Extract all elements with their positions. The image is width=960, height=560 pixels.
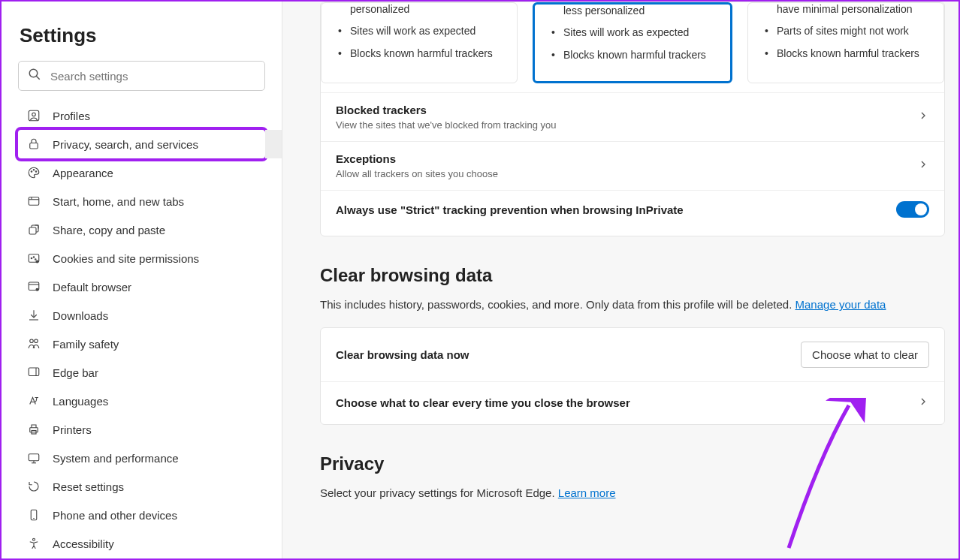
sidebar-item-share[interactable]: Share, copy and paste [18,215,265,244]
settings-main: personalized Sites will work as expected… [282,2,958,558]
sidebar-item-printers[interactable]: Printers [18,415,265,444]
sidebar-item-accessibility[interactable]: Accessibility [18,529,265,558]
blocked-trackers-row[interactable]: Blocked trackers View the sites that we'… [321,92,944,141]
clear-now-row: Clear browsing data now Choose what to c… [321,328,944,382]
tp-option-bullet: Blocks known harmful trackers [760,42,931,65]
settings-search-box[interactable] [18,61,265,91]
exceptions-row[interactable]: Exceptions Allow all trackers on sites y… [321,141,944,190]
sidebar-item-profiles[interactable]: Profiles [18,101,265,130]
settings-nav: Profiles Privacy, search, and services A… [2,101,282,558]
sidebar-item-cookies[interactable]: Cookies and site permissions [18,244,265,272]
strict-inprivate-toggle[interactable] [896,201,929,218]
chevron-right-icon [917,158,929,173]
svg-line-1 [36,76,40,80]
svg-point-19 [36,288,38,291]
sidebar-item-label: Family safety [53,338,119,351]
search-icon [28,68,41,84]
sidebar-item-label: Appearance [53,167,113,179]
lock-icon [26,136,42,152]
sidebar-item-family[interactable]: Family safety [18,330,265,358]
settings-title: Settings [2,15,282,61]
tp-option-text: personalized [334,3,505,20]
palette-icon [26,164,42,181]
svg-point-23 [35,339,38,343]
profile-icon [26,107,42,124]
sidebar-item-reset[interactable]: Reset settings [18,472,265,501]
svg-rect-8 [29,197,39,206]
tracking-prevention-options: personalized Sites will work as expected… [321,2,944,92]
exceptions-sub: Allow all trackers on sites you choose [336,168,498,179]
exceptions-label: Exceptions [336,152,498,165]
svg-point-34 [33,538,35,540]
tp-option-text: have minimal personalization [760,3,931,20]
sidebar-item-privacy[interactable]: Privacy, search, and services [18,130,265,158]
phone-icon [26,507,42,523]
edgebar-icon [26,364,42,381]
cookie-icon [26,250,42,266]
svg-point-16 [36,260,38,263]
svg-rect-4 [30,143,38,149]
sidebar-item-default-browser[interactable]: Default browser [18,272,265,301]
privacy-heading: Privacy [320,453,945,474]
sidebar-item-label: Reset settings [53,480,124,493]
svg-rect-29 [29,454,39,461]
svg-point-7 [35,171,37,173]
chevron-right-icon [917,396,929,411]
sidebar-item-system[interactable]: System and performance [18,444,265,472]
svg-point-15 [35,259,37,260]
svg-rect-27 [30,428,38,432]
sidebar-item-phone[interactable]: Phone and other devices [18,501,265,529]
chevron-right-icon [917,110,929,125]
privacy-desc: Select your privacy settings for Microso… [320,485,945,502]
privacy-learn-more-link[interactable]: Learn more [558,486,616,499]
sidebar-item-start-home[interactable]: Start, home, and new tabs [18,187,265,215]
browser-icon [26,278,42,295]
tp-option-bullet: Sites will work as expected [334,20,505,42]
sidebar-item-label: Start, home, and new tabs [53,195,184,208]
settings-search-input[interactable] [50,70,255,83]
sidebar-item-label: Cookies and site permissions [53,252,199,265]
svg-rect-11 [29,227,36,234]
sidebar-item-label: Phone and other devices [53,509,177,522]
tp-option-bullet: Blocks known harmful trackers [547,44,718,66]
svg-rect-24 [29,368,39,376]
clear-data-card: Clear browsing data now Choose what to c… [320,327,945,425]
sidebar-item-label: Edge bar [53,366,98,379]
manage-your-data-link[interactable]: Manage your data [795,298,886,311]
sidebar-item-edgebar[interactable]: Edge bar [18,358,265,387]
clear-now-label: Clear browsing data now [336,348,469,361]
svg-rect-2 [29,110,39,121]
svg-point-3 [32,113,36,116]
svg-point-0 [29,69,38,77]
tabs-icon [26,193,42,209]
printer-icon [26,421,42,438]
tracking-prevention-card: personalized Sites will work as expected… [320,2,945,236]
clear-data-desc: This includes history, passwords, cookie… [320,297,945,314]
sidebar-item-downloads[interactable]: Downloads [18,301,265,330]
tp-option-bullet: Blocks known harmful trackers [334,42,505,65]
language-icon [26,393,42,409]
tp-option-balanced[interactable]: less personalized Sites will work as exp… [533,2,732,83]
sidebar-item-label: Printers [53,423,92,436]
sidebar-item-languages[interactable]: Languages [18,387,265,415]
clear-on-close-row[interactable]: Choose what to clear every time you clos… [321,382,944,424]
sidebar-item-label: Languages [53,395,108,408]
tp-option-strict[interactable]: have minimal personalization Parts of si… [747,2,944,83]
settings-sidebar: Settings Profiles Privacy, search, and s… [2,2,282,558]
blocked-trackers-sub: View the sites that we've blocked from t… [336,119,556,131]
sidebar-item-appearance[interactable]: Appearance [18,158,265,187]
sidebar-item-label: Accessibility [53,537,114,550]
clear-data-heading: Clear browsing data [320,265,945,286]
clear-on-close-label: Choose what to clear every time you clos… [336,396,630,409]
sidebar-item-label: Profiles [53,110,90,122]
svg-point-13 [31,257,32,259]
system-icon [26,450,42,466]
strict-inprivate-label: Always use "Strict" tracking prevention … [336,203,684,216]
blocked-trackers-label: Blocked trackers [336,104,556,116]
choose-what-to-clear-button[interactable]: Choose what to clear [801,342,929,368]
tp-option-text: less personalized [547,5,718,21]
svg-point-22 [30,339,34,343]
tp-option-basic[interactable]: personalized Sites will work as expected… [321,2,518,83]
sidebar-item-label: Share, copy and paste [53,224,165,236]
tp-option-bullet: Sites will work as expected [547,21,718,44]
